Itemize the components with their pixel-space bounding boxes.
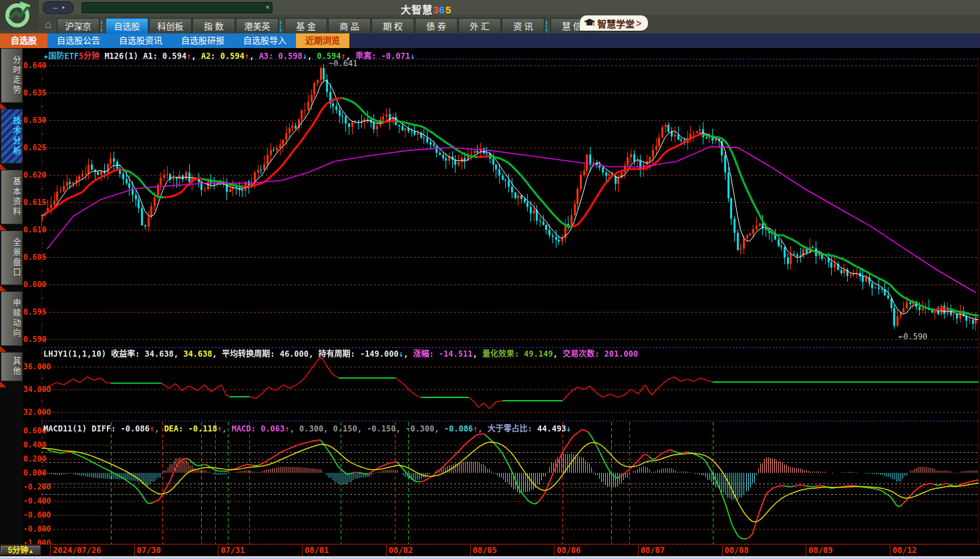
date-tick (890, 545, 890, 556)
header-segment: MACD: 0.063 (232, 424, 285, 433)
price-axis-label: 0.000 (23, 468, 40, 478)
date-tick (806, 545, 806, 556)
bottom-scrollbar[interactable] (0, 556, 980, 559)
price-axis-label: 0.640 (23, 61, 40, 70)
nav-tab-科创板[interactable]: 科创板 (149, 18, 192, 33)
header-segment: 34.638 (183, 349, 212, 359)
price-axis-label: 0.595 (23, 307, 40, 317)
subnav-item-自选股公告[interactable]: 自选股公告 (47, 33, 110, 48)
nav-separator (546, 21, 550, 31)
date-tick (50, 545, 51, 556)
period-up-arrow-icon: ▲ (28, 548, 33, 554)
date-label: 08/12 (892, 546, 917, 555)
price-axis-label: 0.600 (23, 280, 40, 289)
header-segment: , (212, 349, 222, 359)
fold-mark (0, 285, 7, 291)
graduation-cap-icon (584, 19, 595, 28)
fold-mark (0, 381, 7, 387)
date-tick (302, 545, 303, 556)
chart-canvas[interactable] (41, 48, 980, 544)
lhjy-indicator-header: LHJY1(1,1,10) 收益率: 34.638, 34.638, 平均转换周… (43, 347, 638, 359)
date-label: 08/06 (556, 546, 581, 555)
app-title-part: 3 (433, 4, 439, 15)
header-segment: , (403, 349, 413, 359)
date-label: 08/01 (305, 546, 329, 555)
sidebar-item-申赎动向[interactable]: 申赎动向 (1, 291, 23, 346)
smart-school-label: 智慧学堂 (597, 17, 635, 30)
period-label: 5分钟 (8, 546, 29, 555)
sidebar-item-分时走势[interactable]: 分时走势 (1, 48, 23, 103)
subnav-item-自选股资讯[interactable]: 自选股资讯 (110, 33, 172, 48)
sidebar-item-基本资料[interactable]: 基本资料 (1, 170, 23, 224)
date-tick (722, 545, 723, 556)
nav-tab-资讯[interactable]: 资 讯 (502, 18, 544, 33)
chevron-right-icon: > (636, 18, 641, 29)
sidebar-item-其他[interactable]: 其他 (1, 352, 23, 381)
nav-tab-基金[interactable]: 基 金 (285, 18, 327, 33)
app-title-part: 6 (439, 4, 445, 15)
nav-tab-商品[interactable]: 商 品 (328, 18, 371, 33)
date-tick (218, 545, 218, 556)
header-segment: LHJY1(1,1,10) (43, 349, 111, 359)
nav-tab-指数[interactable]: 指 数 (192, 18, 235, 33)
nav-tab-外汇[interactable]: 外 汇 (458, 18, 501, 33)
date-tick (386, 545, 387, 556)
nav-tab-自选股[interactable]: 自选股 (106, 18, 148, 33)
sidebar-item-全景盘口[interactable]: 全景盘口 (1, 230, 23, 285)
date-label: 07/31 (220, 546, 244, 555)
low-price-annotation: ←0.590 (899, 332, 927, 341)
price-axis-label: 0.620 (23, 170, 40, 180)
app-title: 大智慧365 (401, 2, 452, 16)
sidebar-item-技术分析[interactable]: 技术分析 (1, 109, 23, 164)
header-segment: A1: 0.594 (143, 51, 186, 61)
header-segment: 乖离: -0.071 (355, 51, 410, 61)
smart-school-button[interactable]: 智慧学堂 > (580, 15, 648, 31)
price-axis-label: 0.605 (23, 252, 40, 262)
price-axis-label: 34.000 (23, 385, 40, 394)
date-label: 08/05 (473, 546, 497, 555)
nav-tab-沪深京[interactable]: 沪深京 (57, 18, 100, 33)
nav-separator (101, 21, 105, 31)
header-segment: 大于零占比: (488, 424, 537, 433)
price-axis-label: 0.630 (23, 116, 40, 125)
subnav-item-自选股导入[interactable]: 自选股导入 (234, 33, 296, 48)
search-dropdown-caret-icon: ▾ (266, 3, 269, 11)
header-segment: ↓ (399, 349, 403, 359)
header-segment: , (154, 424, 164, 433)
nav-tab-港美英[interactable]: 港美英 (236, 18, 279, 33)
header-segment: ↑ (285, 424, 289, 433)
price-axis-label: -0.200 (23, 482, 40, 492)
price-axis-label: 0.625 (23, 143, 40, 152)
period-button[interactable]: 5分钟▲ (1, 546, 41, 555)
header-segment: DIFF: -0.086 (92, 424, 150, 433)
chart-region: 0.6400.6350.6300.6250.6200.6150.6100.605… (23, 48, 980, 559)
subnav-item-自选股研报[interactable]: 自选股研报 (172, 33, 234, 48)
header-segment: 收益率: 34.638, (111, 349, 183, 359)
header-segment: ↓ (410, 51, 415, 61)
macd-indicator-header: MACD11(1) DIFF: -0.086↑, DEA: -0.118↑, M… (43, 422, 571, 433)
app-logo-icon (0, 0, 39, 31)
date-axis: 5分钟▲ 2024/07/2607/3007/3108/0108/0208/05… (0, 544, 980, 556)
price-axis-label: 0.615 (23, 198, 40, 207)
nav-separator (280, 21, 284, 31)
price-axis-label: -0.600 (23, 510, 40, 520)
subnav-item-近期浏览[interactable]: 近期浏览 (296, 33, 349, 48)
nav-tab-债券[interactable]: 债 券 (415, 18, 458, 33)
search-input[interactable]: ▾ (81, 2, 273, 13)
header-segment: , (222, 424, 231, 433)
header-segment: -0.086 (444, 424, 473, 433)
date-tick (638, 545, 639, 556)
subnav-item-自选股[interactable]: 自选股 (0, 33, 47, 48)
date-tick (134, 545, 135, 556)
home-button[interactable]: ⌂ (41, 18, 55, 31)
header-segment: 平均转换周期: 46.000, 持有周期: -149.000 (222, 349, 399, 359)
date-label: 07/30 (137, 546, 161, 555)
back-button[interactable]: ← ▾ (43, 1, 73, 14)
nav-tab-期权[interactable]: 期 权 (371, 18, 414, 33)
header-segment: DEA: -0.118 (164, 424, 217, 433)
header-segment: 国防ETF (48, 51, 79, 61)
fold-mark (0, 224, 7, 230)
price-axis-label: 32.000 (23, 407, 40, 417)
header-segment: 交易次数: 201.000 (562, 349, 638, 359)
nav-tabs: 沪深京自选股科创板指 数港美英基 金商 品期 权债 券外 汇资 讯慧 信 (57, 16, 594, 33)
